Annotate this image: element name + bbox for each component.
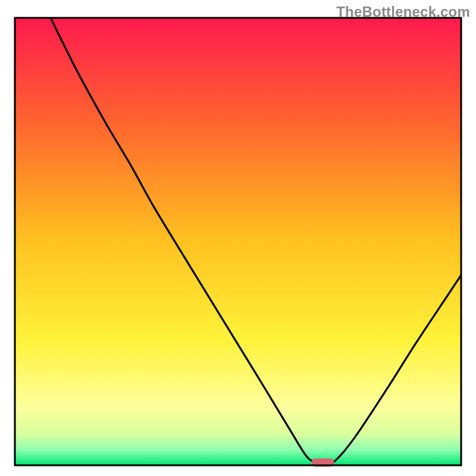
plot-area — [15, 18, 461, 466]
gradient-background — [15, 18, 461, 465]
bottleneck-chart — [0, 0, 476, 476]
watermark-text: TheBottleneck.com — [336, 4, 470, 20]
